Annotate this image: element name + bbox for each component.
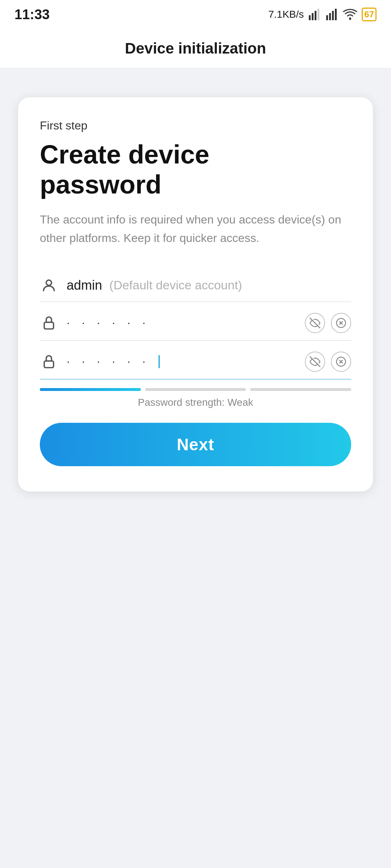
password-1-content: · · · · · ·	[67, 316, 305, 329]
password-field-2[interactable]: · · · · · ·	[40, 344, 351, 379]
svg-rect-15	[44, 361, 54, 367]
password-1-actions	[305, 313, 351, 333]
lock-icon-1	[40, 314, 58, 332]
text-cursor	[159, 355, 160, 368]
next-button[interactable]: Next	[40, 423, 351, 466]
wifi-icon	[343, 8, 357, 21]
person-icon	[40, 276, 58, 294]
battery-icon: 67	[362, 8, 377, 21]
eye-off-icon-2	[310, 356, 320, 367]
svg-rect-10	[44, 322, 54, 329]
svg-rect-6	[332, 11, 334, 20]
username-field-content: admin (Default device account)	[67, 278, 351, 293]
svg-rect-3	[318, 9, 319, 20]
top-bar: Device initialization	[0, 29, 391, 68]
password-2-dots: · · · · · ·	[67, 355, 150, 368]
strength-bar	[40, 388, 351, 391]
strength-segment-1	[40, 388, 141, 391]
svg-rect-7	[335, 9, 337, 20]
card-title: Create devicepassword	[40, 140, 351, 200]
svg-rect-0	[309, 15, 311, 20]
password-strength: Password strength: Weak	[40, 388, 351, 408]
password-2-actions	[305, 352, 351, 372]
signal-icon	[308, 8, 321, 21]
password-1-toggle-visibility[interactable]	[305, 313, 325, 333]
strength-label: Password strength: Weak	[40, 397, 351, 408]
strength-segment-2	[145, 388, 246, 391]
step-label: First step	[40, 119, 351, 132]
svg-rect-4	[326, 15, 328, 20]
password-2-clear[interactable]	[331, 352, 351, 372]
card: First step Create devicepassword The acc…	[18, 97, 373, 492]
close-icon-2	[336, 356, 346, 367]
password-1-clear[interactable]	[331, 313, 351, 333]
status-bar: 11:33 7.1KB/s 67	[0, 0, 391, 29]
username-field: admin (Default device account)	[40, 269, 351, 302]
lock-icon-2	[40, 353, 58, 371]
network-speed: 7.1KB/s	[268, 9, 304, 20]
password-1-dots: · · · · · ·	[67, 316, 150, 329]
password-field-1[interactable]: · · · · · ·	[40, 306, 351, 341]
close-icon-1	[336, 318, 346, 328]
card-description: The account info is required when you ac…	[40, 210, 351, 247]
svg-point-8	[349, 18, 351, 20]
main-content: First step Create devicepassword The acc…	[0, 68, 391, 520]
svg-point-9	[46, 280, 52, 285]
username-placeholder: (Default device account)	[109, 278, 242, 292]
status-time: 11:33	[14, 7, 50, 22]
svg-rect-5	[329, 13, 331, 20]
status-icons: 7.1KB/s 67	[268, 8, 377, 21]
svg-rect-2	[315, 11, 316, 20]
page-title: Device initialization	[125, 40, 266, 57]
password-2-content: · · · · · ·	[67, 355, 305, 368]
password-2-toggle-visibility[interactable]	[305, 352, 325, 372]
username-value: admin	[67, 278, 102, 293]
strength-segment-3	[250, 388, 351, 391]
svg-rect-1	[312, 13, 314, 20]
signal-icon-2	[325, 8, 339, 21]
eye-off-icon-1	[310, 318, 320, 328]
